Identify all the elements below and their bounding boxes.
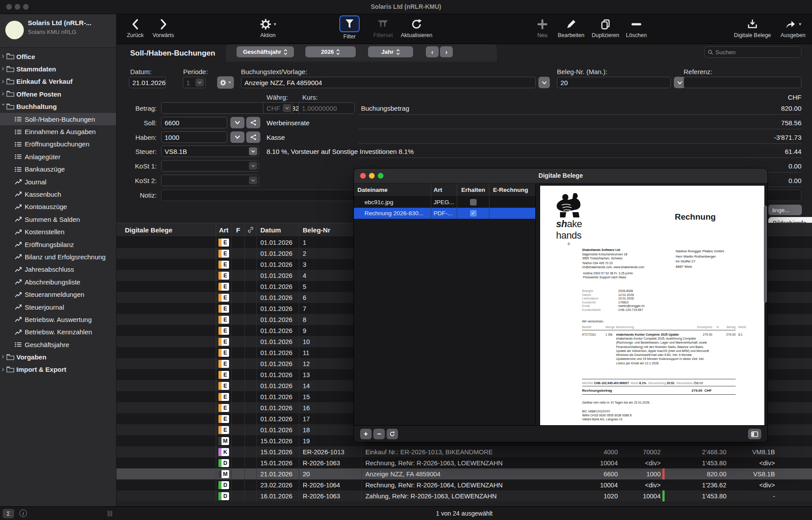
sidebar-item[interactable]: Kassenbuch xyxy=(0,188,116,200)
date-field[interactable]: 21.01.2026 xyxy=(129,77,166,88)
tax-field[interactable]: VS8.1B xyxy=(161,146,259,157)
currency-popup[interactable]: CHF xyxy=(263,102,293,114)
toggle-preview-button[interactable] xyxy=(748,429,761,439)
reload-file-button[interactable] xyxy=(387,429,398,439)
debit-field[interactable]: 6600 xyxy=(161,117,227,128)
col-erechnung[interactable]: E-Rechnung xyxy=(489,183,535,196)
sidebar-item[interactable]: Abschreibungsliste xyxy=(0,276,116,288)
attachments-button[interactable]: änge... xyxy=(768,205,802,215)
sidebar-item[interactable]: Eröffnungsbilanz xyxy=(0,238,116,251)
period-type-popup[interactable]: Geschäftsjahr xyxy=(237,46,294,57)
sidebar-item[interactable]: Kostenstellen xyxy=(0,225,116,238)
table-row[interactable]: M 21.01.2026 20 Anzeige NZZ, FA 4859004 … xyxy=(117,468,812,479)
action-button[interactable]: ▼ Aktion xyxy=(251,17,285,38)
sidebar-item[interactable]: › Office xyxy=(0,50,116,63)
file-row[interactable]: ebc91c.jpg JPEG... xyxy=(354,197,535,208)
table-row[interactable]: K 15.01.2026 ER-2026-1013 Einkauf Nr.: E… xyxy=(117,446,812,457)
sidebar-item[interactable]: Summen & Salden xyxy=(0,213,116,225)
col-digital-receipts[interactable]: Digitale Belege xyxy=(117,223,216,236)
debit-dropdown[interactable] xyxy=(230,117,244,128)
sidebar-item[interactable]: Anlagegüter xyxy=(0,150,116,163)
delete-button[interactable]: Löschen xyxy=(622,17,650,38)
folder-icon xyxy=(6,78,15,85)
debit-split-button[interactable] xyxy=(246,117,260,128)
col-dateiname[interactable]: Dateiname xyxy=(354,187,431,193)
sidebar-item[interactable]: › Einkauf & Verkauf xyxy=(0,75,116,88)
chevron-down-icon[interactable] xyxy=(249,147,257,155)
new-button[interactable]: Neu xyxy=(530,17,554,38)
company-header[interactable]: Solaris Ltd (nRLR-... Solaris KMU nRLG xyxy=(0,14,116,48)
window-titlebar[interactable]: Digitale Belege xyxy=(354,168,767,183)
col-erhalten[interactable]: Erhalten xyxy=(457,183,489,196)
col-belegnr[interactable]: Beleg-Nr xyxy=(299,223,362,236)
sidebar-item[interactable]: Betriebsw. Kennzahlen xyxy=(0,326,116,338)
sidebar-item[interactable]: Betriebsw. Auswertung xyxy=(0,313,116,325)
meta-value: 12.01.2026 xyxy=(618,293,634,297)
sidebar-item[interactable]: Eröffnungsbuchungen xyxy=(0,138,116,150)
year-popup[interactable]: 2026 xyxy=(305,46,356,57)
credit-split-button[interactable] xyxy=(246,131,260,143)
sidebar-item[interactable]: Steueranmeldungen xyxy=(0,288,116,300)
credit-field[interactable]: 1000 xyxy=(161,131,227,143)
edit-button[interactable]: Bearbeiten xyxy=(555,17,587,38)
sidebar-item[interactable]: Kontoauszüge xyxy=(0,201,116,213)
cost2-field[interactable] xyxy=(161,175,259,186)
sidebar-item[interactable]: Soll-/Haben-Buchungen xyxy=(0,113,116,125)
sidebar-item[interactable]: › Offene Posten xyxy=(0,88,116,100)
forward-button[interactable]: Vorwärts xyxy=(149,17,178,38)
reference-field[interactable] xyxy=(684,77,801,88)
receipt-no-field[interactable]: 20 xyxy=(557,77,671,88)
cell-belegnr: R-2026-1063 xyxy=(299,457,362,468)
col-f[interactable]: F xyxy=(232,223,245,236)
sidebar-item[interactable]: › Stammdaten xyxy=(0,63,116,75)
digital-receipts-button[interactable]: Digitale Belege xyxy=(729,17,776,38)
chevron-down-icon[interactable] xyxy=(249,176,257,184)
search-input[interactable] xyxy=(715,49,798,56)
sidebar-item[interactable]: › Import & Export xyxy=(0,363,116,376)
booking-text-field[interactable]: Anzeige NZZ, FA 4859004 xyxy=(241,77,536,88)
received-checkbox[interactable]: ✓ xyxy=(470,210,477,217)
sidebar-item[interactable]: Jahresabschluss xyxy=(0,263,116,276)
sidebar-item[interactable]: Einnahmen & Ausgaben xyxy=(0,125,116,138)
filter-button[interactable]: Filter xyxy=(336,15,363,40)
export-button[interactable]: ▼ Ausgeben xyxy=(776,17,810,38)
col-art[interactable]: Art xyxy=(216,223,232,236)
credit-dropdown[interactable] xyxy=(230,131,244,143)
table-row[interactable]: D 23.02.2026 R-2026-1064 Rechnung, ReNr:… xyxy=(117,479,812,490)
sidebar-item[interactable]: Bankauszüge xyxy=(0,163,116,176)
text-options-button[interactable]: ▼ xyxy=(217,76,234,89)
info-icon[interactable]: i xyxy=(19,509,27,517)
remove-file-button[interactable]: − xyxy=(373,429,385,439)
cost1-field[interactable] xyxy=(161,160,259,172)
col-art[interactable]: Art xyxy=(431,183,457,196)
chevron-down-icon[interactable] xyxy=(249,162,257,170)
digital-receipts-window[interactable]: Digitale Belege Dateiname Art Erhalten E… xyxy=(353,168,768,442)
next-period-button[interactable]: › xyxy=(440,46,453,57)
col-datum[interactable]: Datum xyxy=(257,223,299,236)
sidebar-item[interactable]: › Buchhaltung xyxy=(0,101,116,113)
back-button[interactable]: Zurück xyxy=(123,17,147,38)
rate-field[interactable]: 1.00000000 xyxy=(298,102,355,114)
table-row[interactable]: D 16.01.2026 R-2026-1063 Zahlung, ReNr: … xyxy=(117,490,812,501)
received-checkbox[interactable] xyxy=(470,199,477,206)
sidebar-resize-handle[interactable] xyxy=(108,511,112,516)
sidebar-item[interactable]: Journal xyxy=(0,176,116,188)
preview-scrollbar[interactable] xyxy=(764,206,767,303)
sum-button[interactable]: Σ xyxy=(3,509,14,518)
refresh-button[interactable]: Aktualisieren xyxy=(395,17,439,38)
link-icon[interactable] xyxy=(245,223,257,236)
duplicate-button[interactable]: Duplizieren xyxy=(588,17,623,38)
sidebar-item[interactable]: › Vorgaben xyxy=(0,351,116,363)
add-file-button[interactable]: + xyxy=(360,429,372,439)
sidebar-item[interactable]: Bilanz und Erfolgsrechnung xyxy=(0,251,116,263)
file-row[interactable]: Rechnung 2026-830... PDF-... ✓ xyxy=(354,208,535,219)
sidebar-item[interactable]: Geschäftsjahre xyxy=(0,338,116,351)
prev-period-button[interactable]: ‹ xyxy=(426,46,439,57)
unit-popup[interactable]: Jahr xyxy=(368,46,413,57)
search-field[interactable] xyxy=(704,46,801,58)
sidebar-item[interactable]: Steuerjournal xyxy=(0,301,116,313)
booking-text-dropdown[interactable] xyxy=(538,77,550,88)
table-row[interactable]: D 15.01.2026 R-2026-1063 Rechnung, ReNr:… xyxy=(117,457,812,468)
period-field[interactable]: 1 xyxy=(183,77,206,88)
chevron-down-icon[interactable] xyxy=(195,79,204,86)
